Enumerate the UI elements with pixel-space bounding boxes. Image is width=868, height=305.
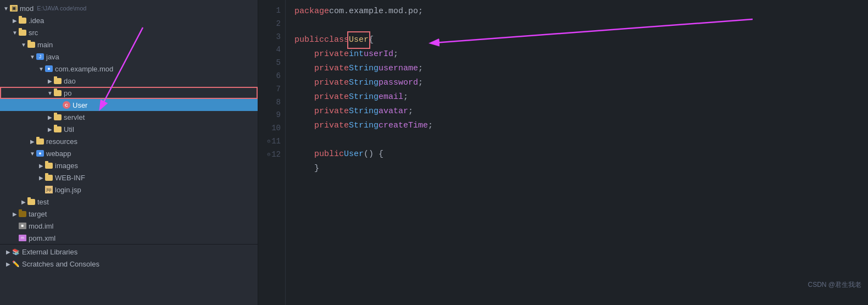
token-8-3: avatar <box>379 104 408 119</box>
code-line-12: } <box>294 162 859 176</box>
code-line-10 <box>294 133 859 147</box>
util-label: Util <box>64 125 74 134</box>
po-folder-icon <box>54 90 62 96</box>
sidebar-item-pom-xml[interactable]: m pom.xml <box>0 232 258 244</box>
pom-xml-label: pom.xml <box>29 234 55 242</box>
token-9-4: ; <box>428 119 433 133</box>
token-6-2: String <box>349 76 379 90</box>
sidebar-item-dao[interactable]: dao <box>0 75 258 87</box>
sidebar-item-src[interactable]: src <box>0 26 258 38</box>
webapp-folder-icon: ● <box>36 150 44 157</box>
idea-label: .idea <box>29 16 44 25</box>
sidebar-item-login-jsp[interactable]: jsp login.jsp <box>0 184 258 196</box>
line-num-6: 6 <box>263 70 281 83</box>
line-num-4: 4 <box>263 43 281 57</box>
test-folder-icon <box>27 199 35 205</box>
line-num-10: 10 <box>263 122 281 135</box>
code-line-11: public User() { <box>294 147 859 162</box>
sidebar-item-main[interactable]: main <box>0 38 258 51</box>
target-folder-icon <box>19 211 26 217</box>
sidebar-item-idea[interactable]: .idea <box>0 14 258 26</box>
line-num-8: 8 <box>263 96 281 109</box>
xml-file-icon: m <box>19 235 26 241</box>
sidebar-item-util[interactable]: Util <box>0 123 258 135</box>
bottom-items: 📚 External Libraries ✏️ Scratches and Co… <box>0 244 258 271</box>
code-editor[interactable]: 1 2 3 4 5 6 7 8 9 10 ⊖11 ⊖12 p <box>258 0 868 305</box>
root-arrow <box>2 5 10 12</box>
sidebar-item-webapp[interactable]: ● webapp <box>0 147 258 159</box>
token-5-3: username <box>379 62 418 76</box>
servlet-folder-icon <box>54 114 62 120</box>
sidebar-item-com-example-mod[interactable]: ● com.example.mod <box>0 63 258 75</box>
token-9-1: private <box>294 119 349 133</box>
token-5-4: ; <box>418 62 423 76</box>
token-11-3: () { <box>364 147 383 162</box>
token-4-3: userId <box>364 47 393 62</box>
token-3-3: User <box>349 33 369 47</box>
token-3-1: public <box>294 33 324 47</box>
line-num-5: 5 <box>263 57 281 70</box>
token-5-1: private <box>294 62 349 76</box>
sidebar-item-mod-iml[interactable]: ■ mod.iml <box>0 220 258 232</box>
token-1-2: com.example.mod.po <box>329 4 418 19</box>
src-folder-icon <box>19 30 26 36</box>
sidebar-item-resources[interactable]: resources <box>0 135 258 147</box>
webinf-label: WEB-INF <box>55 174 85 182</box>
sidebar-item-test[interactable]: test <box>0 196 258 208</box>
sidebar-item-po[interactable]: po <box>0 87 258 99</box>
external-libraries-item[interactable]: 📚 External Libraries <box>0 246 258 258</box>
sidebar-item-target[interactable]: target <box>0 208 258 220</box>
test-arrow <box>20 199 27 205</box>
code-line-3: public class User { <box>294 33 859 47</box>
webapp-arrow <box>29 151 36 157</box>
java-arrow <box>29 54 36 60</box>
line-num-1: 1 <box>263 4 281 18</box>
ext-lib-arrow <box>4 249 12 255</box>
sidebar-item-java[interactable]: J java <box>0 51 258 63</box>
scratches-label: Scratches and Consoles <box>22 260 99 268</box>
project-root[interactable]: ▣ mod E:\JAVA code\mod <box>0 2 258 14</box>
token-4-2: int <box>349 47 364 62</box>
line-num-11: ⊖11 <box>263 135 281 148</box>
token-9-2: String <box>349 119 379 133</box>
sidebar-item-web-inf[interactable]: WEB-INF <box>0 171 258 184</box>
scratches-item[interactable]: ✏️ Scratches and Consoles <box>0 258 258 270</box>
token-6-1: private <box>294 76 349 90</box>
po-label: po <box>64 89 71 97</box>
main-folder-icon <box>27 42 35 48</box>
root-folder-icon: ▣ <box>10 5 18 12</box>
pkg-label: com.example.mod <box>55 65 113 73</box>
sidebar-item-user[interactable]: User <box>0 99 258 111</box>
sidebar-item-images[interactable]: images <box>0 159 258 171</box>
token-3-2: class <box>324 33 349 47</box>
dao-folder-icon <box>54 78 62 84</box>
main-arrow <box>20 42 27 48</box>
line-num-2: 2 <box>263 18 281 31</box>
code-line-9: private String createTime; <box>294 119 859 133</box>
dao-arrow <box>46 78 54 84</box>
po-arrow <box>46 90 54 96</box>
java-folder-icon: J <box>36 53 44 60</box>
code-line-4: private int userId; <box>294 47 859 62</box>
iml-file-icon: ■ <box>19 223 26 229</box>
token-7-1: private <box>294 90 349 104</box>
idea-folder-icon <box>19 18 26 24</box>
token-3-4: { <box>369 33 374 47</box>
src-label: src <box>29 29 38 37</box>
images-arrow <box>37 163 45 169</box>
images-folder-icon <box>45 163 53 169</box>
scratches-icon: ✏️ <box>12 260 20 267</box>
project-root-label: mod <box>20 4 34 13</box>
project-path: E:\JAVA code\mod <box>37 5 86 12</box>
login-jsp-label: login.jsp <box>55 186 81 194</box>
token-8-1: private <box>294 104 349 119</box>
sidebar: ▣ mod E:\JAVA code\mod .idea src main J … <box>0 0 258 305</box>
user-label: User <box>73 101 87 109</box>
code-content: package com.example.mod.po; public class… <box>286 0 868 305</box>
token-11-1: public <box>294 147 344 162</box>
src-arrow <box>11 30 19 36</box>
sidebar-item-servlet[interactable]: servlet <box>0 111 258 123</box>
code-line-7: private String email; <box>294 90 859 104</box>
token-6-4: ; <box>418 76 423 90</box>
token-6-3: password <box>379 76 418 90</box>
